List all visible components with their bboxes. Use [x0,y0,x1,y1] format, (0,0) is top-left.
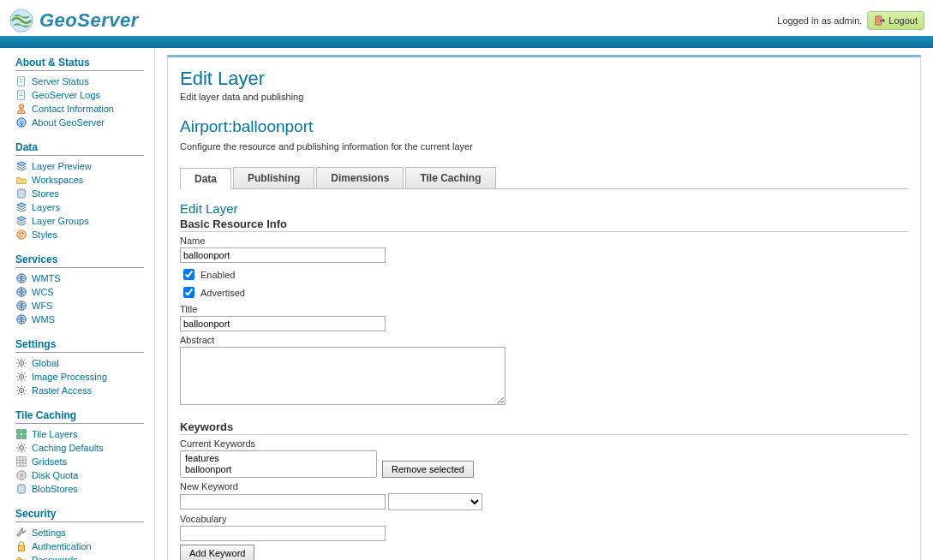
db-icon [15,483,27,495]
sidebar-item-services-2[interactable]: WFS [15,299,144,313]
section-basic-resource: Basic Resource Info [180,217,908,232]
sidebar-item-label: WMTS [32,273,61,283]
sidebar-item-settings-2[interactable]: Raster Access [15,384,144,397]
section-edit-layer: Edit Layer [180,201,908,216]
remove-selected-button[interactable]: Remove selected [382,461,474,478]
sidebar-item-label: Raster Access [32,385,92,396]
abstract-textarea[interactable] [180,347,505,405]
sidebar-item-about-1[interactable]: GeoServer Logs [15,88,144,102]
keyword-option[interactable]: balloonport [183,464,374,475]
sidebar-item-label: Disk Quota [32,470,78,480]
sidebar-item-tile-3[interactable]: Disk Quota [15,468,144,482]
sidebar-item-about-3[interactable]: iAbout GeoServer [15,116,144,129]
svg-point-20 [19,360,23,365]
new-keyword-lang-select[interactable] [388,493,482,510]
sidebar-item-label: Authentication [32,541,92,551]
sidebar-item-data-4[interactable]: Layer Groups [15,214,144,228]
sidebar-item-label: Workspaces [32,175,83,185]
sidebar-section-about: About & Status [15,57,144,71]
login-status: Logged in as admin. [777,15,862,26]
sidebar-section-settings: Settings [15,338,144,353]
enabled-checkbox[interactable] [183,269,194,280]
svg-point-13 [19,232,21,234]
sidebar-item-data-5[interactable]: Styles [15,228,144,241]
sidebar-item-tile-2[interactable]: Gridsets [15,455,144,468]
sidebar-section-security: Security [15,508,144,522]
gear-icon [15,371,27,383]
section-keywords: Keywords [180,420,908,435]
logout-button[interactable]: Logout [867,11,924,30]
tab-bar: Data Publishing Dimensions Tile Caching [180,167,908,189]
svg-rect-28 [17,457,27,467]
sidebar-item-services-0[interactable]: WMTS [15,271,144,285]
db-icon [15,188,27,200]
sidebar-item-about-0[interactable]: Server Status [15,74,144,88]
svg-text:i: i [21,120,22,128]
svg-rect-3 [19,79,22,80]
sidebar-item-tile-4[interactable]: BlobStores [15,482,144,496]
page-title: Edit Layer [180,68,908,90]
sidebar-item-label: Image Processing [32,372,107,382]
sidebar-item-label: About GeoServer [32,117,105,128]
sidebar-item-security-2[interactable]: Passwords [15,553,144,560]
sidebar-item-services-1[interactable]: WCS [15,285,144,299]
name-input[interactable] [180,247,386,263]
svg-point-12 [17,230,27,240]
person-icon [15,103,27,115]
layer-heading: Airport:balloonport [180,117,908,136]
sidebar-item-settings-0[interactable]: Global [15,356,144,370]
label-advertised: Advertised [200,288,245,298]
sidebar-item-tile-1[interactable]: Caching Defaults [15,441,144,455]
layer-description: Configure the resource and publishing in… [180,141,908,152]
sidebar-item-data-2[interactable]: Stores [15,187,144,200]
sidebar-item-label: Passwords [32,555,78,560]
vocabulary-input[interactable] [180,526,386,541]
info-icon: i [15,116,27,128]
svg-rect-26 [22,435,26,438]
svg-point-14 [22,232,24,234]
new-keyword-input[interactable] [180,494,386,509]
layers-icon [15,160,27,172]
tab-dimensions[interactable]: Dimensions [316,167,404,188]
svg-rect-24 [22,430,26,433]
sidebar-item-data-0[interactable]: Layer Preview [15,159,144,173]
sidebar-item-label: Settings [32,527,66,538]
svg-point-27 [19,445,23,450]
title-input[interactable] [180,316,386,331]
tab-tilecaching[interactable]: Tile Caching [405,167,495,188]
gear-icon [15,442,27,454]
doc-icon [15,89,27,101]
sidebar-item-label: BlobStores [32,484,78,494]
keywords-listbox[interactable]: featuresballoonport [180,450,377,478]
sidebar-item-settings-1[interactable]: Image Processing [15,370,144,384]
keyword-option[interactable]: features [183,453,374,464]
svg-point-22 [19,388,23,392]
advertised-checkbox[interactable] [183,287,194,298]
tile-icon [15,428,27,440]
wrench-icon [15,527,27,539]
tab-publishing[interactable]: Publishing [233,167,314,188]
sidebar-item-label: WCS [32,287,54,297]
svg-rect-6 [19,92,22,93]
sidebar-item-label: Layer Preview [32,161,92,171]
sidebar-item-label: Layer Groups [32,216,89,226]
sidebar-item-data-1[interactable]: Workspaces [15,173,144,187]
svg-rect-23 [17,430,21,433]
lock-icon [15,540,27,552]
palette-icon [15,229,27,241]
gear-icon [15,384,27,396]
layers-icon [15,201,27,213]
sidebar-item-data-3[interactable]: Layers [15,200,144,214]
sidebar-item-label: Gridsets [32,456,67,467]
globe-icon [15,286,27,298]
svg-rect-25 [17,435,21,438]
sidebar-item-about-2[interactable]: Contact Information [15,102,144,116]
sidebar-item-security-0[interactable]: Settings [15,526,144,539]
brand-logo[interactable]: GeoServer [9,8,139,33]
sidebar-item-services-3[interactable]: WMS [15,313,144,326]
label-enabled: Enabled [200,270,235,280]
sidebar-item-security-1[interactable]: Authentication [15,539,144,553]
add-keyword-button[interactable]: Add Keyword [180,545,254,560]
tab-data[interactable]: Data [180,168,231,189]
sidebar-item-tile-0[interactable]: Tile Layers [15,427,144,441]
